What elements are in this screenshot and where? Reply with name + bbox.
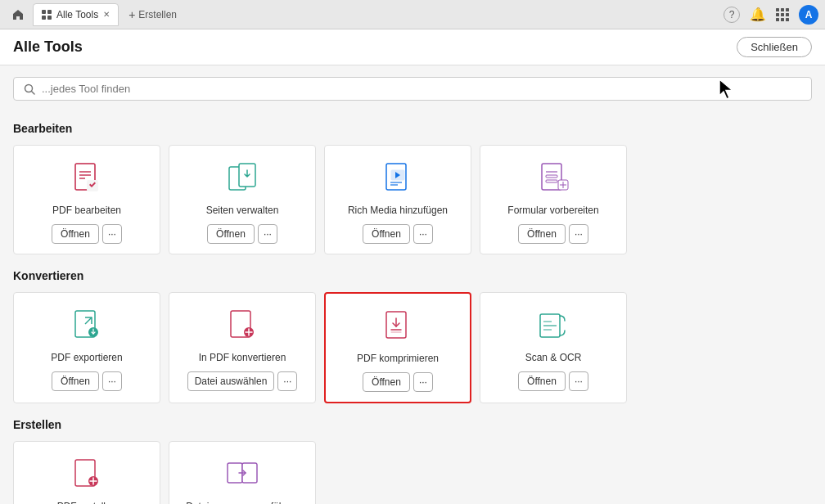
scan-ocr-actions: Öffnen ··· — [518, 371, 588, 391]
page-title: Alle Tools — [13, 38, 83, 56]
rich-media-label: Rich Media hinzufügen — [348, 205, 448, 216]
seiten-verwalten-open[interactable]: Öffnen — [207, 224, 255, 244]
home-button[interactable] — [7, 3, 29, 26]
scan-ocr-icon — [534, 306, 573, 345]
all-tools-tab[interactable]: Alle Tools ✕ — [33, 3, 119, 26]
seiten-verwalten-more[interactable]: ··· — [258, 224, 277, 244]
dateien-zusammen-label: Dateien zusammenführen — [186, 501, 298, 504]
in-pdf-datei[interactable]: Datei auswählen — [187, 371, 275, 391]
seiten-verwalten-actions: Öffnen ··· — [207, 224, 277, 244]
pdf-exportieren-more[interactable]: ··· — [102, 371, 122, 391]
apps-icon[interactable] — [776, 8, 789, 21]
svg-line-14 — [32, 91, 35, 94]
tool-seiten-verwalten[interactable]: Seiten verwalten Öffnen ··· — [169, 145, 316, 254]
new-tab-label: Erstellen — [138, 9, 177, 20]
svg-rect-1 — [47, 10, 52, 14]
grid-tab-icon — [42, 10, 52, 20]
pdf-exportieren-label: PDF exportieren — [51, 352, 122, 363]
header-bar: Alle Tools Schließen — [0, 29, 825, 65]
new-tab[interactable]: + Erstellen — [122, 8, 183, 21]
formular-icon — [534, 159, 573, 198]
pdf-bearbeiten-label: PDF bearbeiten — [52, 205, 121, 216]
svg-rect-7 — [776, 13, 779, 16]
formular-open[interactable]: Öffnen — [518, 224, 566, 244]
seiten-verwalten-label: Seiten verwalten — [206, 205, 279, 216]
bell-icon[interactable]: 🔔 — [750, 7, 766, 22]
pdf-komprimieren-more[interactable]: ··· — [413, 372, 433, 392]
seiten-verwalten-icon — [223, 159, 262, 198]
pdf-bearbeiten-more[interactable]: ··· — [102, 224, 122, 244]
pdf-exportieren-open[interactable]: Öffnen — [52, 371, 99, 391]
pdf-bearbeiten-actions: Öffnen ··· — [52, 224, 122, 244]
scan-ocr-more[interactable]: ··· — [569, 371, 588, 391]
tab-close-icon[interactable]: ✕ — [103, 10, 110, 19]
pdf-komprimieren-open[interactable]: Öffnen — [363, 372, 410, 392]
pdf-exportieren-actions: Öffnen ··· — [52, 371, 122, 391]
tool-scan-ocr[interactable]: Scan & OCR Öffnen ··· — [480, 292, 627, 403]
section-bearbeiten-title: Bearbeiten — [13, 122, 812, 135]
in-pdf-icon — [223, 306, 262, 345]
tool-pdf-komprimieren[interactable]: PDF komprimieren Öffnen ··· — [324, 292, 471, 403]
svg-rect-4 — [776, 8, 779, 11]
tool-pdf-bearbeiten[interactable]: PDF bearbeiten Öffnen ··· — [13, 145, 160, 254]
svg-rect-0 — [42, 10, 46, 14]
search-icon — [24, 83, 35, 95]
tool-formular[interactable]: Formular vorbereiten Öffnen ··· — [480, 145, 627, 254]
close-button[interactable]: Schließen — [737, 37, 812, 57]
formular-more[interactable]: ··· — [569, 224, 588, 244]
search-container — [0, 65, 825, 109]
avatar[interactable]: A — [799, 5, 818, 25]
svg-rect-12 — [786, 18, 789, 21]
svg-rect-2 — [42, 16, 46, 20]
rich-media-open[interactable]: Öffnen — [363, 224, 410, 244]
pdf-komprimieren-icon — [378, 307, 417, 346]
svg-rect-6 — [786, 8, 789, 11]
svg-rect-9 — [786, 13, 789, 16]
main-content: Bearbeiten PDF bearbeiten Öffnen ··· — [0, 109, 825, 504]
header-bar-right: Schließen — [737, 37, 812, 57]
dateien-zusammen-icon — [223, 455, 262, 494]
search-box — [13, 77, 812, 101]
erstellen-grid: PDF erstellen Öffnen ··· Dateien zusamme… — [13, 441, 812, 504]
formular-label: Formular vorbereiten — [507, 205, 598, 216]
scan-ocr-open[interactable]: Öffnen — [518, 371, 566, 391]
in-pdf-label: In PDF konvertieren — [199, 352, 286, 363]
pdf-erstellen-icon — [67, 455, 106, 494]
pdf-exportieren-icon — [67, 306, 106, 345]
plus-icon: + — [128, 8, 135, 21]
formular-actions: Öffnen ··· — [518, 224, 588, 244]
tab-label: Alle Tools — [56, 9, 98, 20]
pdf-erstellen-label: PDF erstellen — [57, 501, 117, 504]
konvertieren-grid: PDF exportieren Öffnen ··· In PDF konver… — [13, 292, 812, 412]
scan-ocr-label: Scan & OCR — [525, 352, 582, 363]
tool-rich-media[interactable]: Rich Media hinzufügen Öffnen ··· — [324, 145, 471, 254]
pdf-komprimieren-actions: Öffnen ··· — [363, 372, 433, 392]
tool-pdf-exportieren[interactable]: PDF exportieren Öffnen ··· — [13, 292, 160, 403]
svg-rect-5 — [781, 8, 784, 11]
tool-in-pdf[interactable]: In PDF konvertieren Datei auswählen ··· — [169, 292, 316, 403]
titlebar-right: ? 🔔 A — [724, 5, 818, 25]
svg-rect-10 — [776, 18, 779, 21]
svg-rect-11 — [781, 18, 784, 21]
rich-media-icon — [378, 159, 417, 198]
in-pdf-actions: Datei auswählen ··· — [187, 371, 298, 391]
in-pdf-more[interactable]: ··· — [277, 371, 297, 391]
titlebar: Alle Tools ✕ + Erstellen ? 🔔 A — [0, 0, 825, 29]
svg-rect-3 — [47, 16, 52, 20]
pdf-bearbeiten-open[interactable]: Öffnen — [52, 224, 99, 244]
rich-media-actions: Öffnen ··· — [363, 224, 433, 244]
rich-media-more[interactable]: ··· — [413, 224, 433, 244]
section-erstellen-title: Erstellen — [13, 418, 812, 431]
bearbeiten-grid: PDF bearbeiten Öffnen ··· Seiten verwalt… — [13, 145, 812, 263]
help-icon[interactable]: ? — [724, 7, 740, 23]
pdf-bearbeiten-icon — [67, 159, 106, 198]
tool-dateien-zusammen[interactable]: Dateien zusammenführen Öffnen ··· — [169, 441, 316, 504]
tool-pdf-erstellen[interactable]: PDF erstellen Öffnen ··· — [13, 441, 160, 504]
pdf-komprimieren-label: PDF komprimieren — [357, 353, 439, 364]
section-konvertieren-title: Konvertieren — [13, 269, 812, 282]
svg-rect-8 — [781, 13, 784, 16]
search-input[interactable] — [42, 83, 801, 95]
